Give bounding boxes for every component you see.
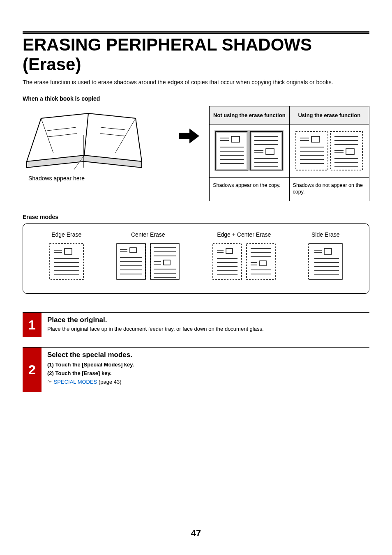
step-1-number: 1 (23, 313, 42, 337)
svg-rect-21 (266, 149, 274, 154)
svg-rect-44 (50, 244, 83, 279)
svg-rect-74 (213, 244, 242, 279)
svg-rect-40 (346, 149, 354, 154)
compare-caption-left: Shadows appear on the copy. (210, 178, 289, 194)
open-book-icon (23, 106, 154, 172)
reference-prefix-icon: ☞ (47, 379, 52, 385)
mode-edge-center-label: Edge + Center Erase (211, 231, 277, 238)
page-number: 47 (0, 528, 392, 539)
side-erase-icon (307, 242, 344, 281)
step-1-text: Place the original face up in the docume… (47, 326, 369, 332)
erase-modes-heading: Erase modes (23, 214, 369, 220)
compare-figure-no-shadows-icon (290, 124, 369, 178)
intro-text: The erase function is used to erase shad… (23, 78, 369, 86)
svg-rect-25 (296, 131, 328, 170)
compare-caption-right: Shadows do not appear on the copy. (290, 178, 369, 201)
step-2-title: Select the special modes. (47, 351, 369, 359)
mode-side-label: Side Erase (307, 231, 344, 238)
svg-rect-14 (250, 131, 282, 170)
step-1: 1 Place the original. Place the original… (23, 312, 369, 337)
mode-edge-label: Edge Erase (48, 231, 85, 238)
special-modes-link[interactable]: SPECIAL MODES (54, 379, 97, 385)
step-2: 2 Select the special modes. (1) Touch th… (23, 347, 369, 392)
reference-page: (page 43) (97, 379, 121, 385)
svg-rect-89 (260, 261, 266, 266)
svg-rect-94 (324, 249, 332, 254)
center-erase-icon (115, 242, 181, 281)
svg-rect-15 (250, 131, 282, 170)
svg-rect-47 (65, 249, 72, 254)
edge-center-erase-icon (211, 242, 277, 281)
step-2-line-1: (1) Touch the [Special Modes] key. (47, 362, 369, 368)
edge-erase-icon (48, 242, 85, 281)
mode-center-label: Center Erase (115, 231, 181, 238)
arrow-icon (179, 106, 199, 145)
svg-rect-13 (250, 131, 282, 170)
erase-modes-box: Edge Erase Center Erase (23, 223, 369, 294)
svg-rect-28 (311, 136, 320, 142)
compare-figure-with-shadows-icon (210, 124, 289, 178)
svg-rect-77 (226, 249, 233, 253)
book-caption: Shadows appear here (23, 175, 169, 182)
step-2-number: 2 (23, 348, 42, 392)
book-illustration-wrap: Shadows appear here (23, 106, 169, 182)
compare-head-using: Using the erase function (290, 106, 369, 124)
page-title: ERASING PERIPHERAL SHADOWS (Erase) (23, 35, 369, 74)
compare-table: Not using the erase function (209, 106, 369, 202)
step-2-line-2: (2) Touch the [Erase] key. (47, 370, 369, 376)
step-1-title: Place the original. (47, 316, 369, 324)
compare-head-not-using: Not using the erase function (210, 106, 289, 124)
thick-book-heading: When a thick book is copied (23, 95, 369, 102)
svg-rect-56 (130, 248, 136, 253)
svg-rect-34 (330, 131, 362, 170)
svg-rect-70 (164, 260, 170, 265)
svg-rect-1 (216, 131, 248, 170)
